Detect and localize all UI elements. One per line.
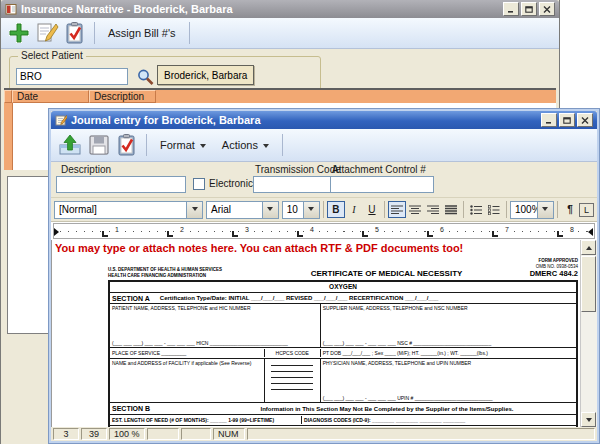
actions-menu-label: Actions bbox=[222, 139, 258, 151]
attachment-control-label: Attachment Control # bbox=[332, 164, 426, 175]
physician-phone-line: (___ ___) ___ ___ - ___ ___ ___ UPIN # _… bbox=[323, 395, 574, 401]
chevron-down-icon bbox=[186, 202, 202, 218]
electronic-checkbox[interactable] bbox=[193, 178, 205, 190]
transmission-code-input[interactable] bbox=[253, 176, 331, 193]
patient-search-button[interactable] bbox=[131, 66, 159, 87]
form-category: OXYGEN bbox=[110, 282, 576, 292]
approve-journal-button[interactable] bbox=[113, 132, 141, 158]
maximize-button[interactable] bbox=[521, 2, 537, 16]
tab-stop-marker[interactable] bbox=[102, 231, 108, 237]
status-num-lock: NUM bbox=[213, 428, 245, 440]
edit-narrative-button[interactable] bbox=[33, 20, 61, 46]
right-margin-marker-icon[interactable] bbox=[588, 228, 593, 236]
tab-stop-marker[interactable] bbox=[557, 231, 563, 237]
tab-stop-marker[interactable] bbox=[427, 231, 433, 237]
actions-menu-button[interactable]: Actions bbox=[214, 132, 277, 158]
format-menu-button[interactable]: Format bbox=[152, 132, 214, 158]
minimize-button[interactable] bbox=[541, 113, 557, 127]
paragraph-style-value: [Normal] bbox=[55, 202, 186, 218]
left-margin-marker-icon[interactable] bbox=[54, 228, 59, 236]
attachment-control-input[interactable] bbox=[330, 176, 434, 193]
hcpcs-blank-line bbox=[271, 371, 313, 372]
description-input[interactable] bbox=[56, 176, 186, 193]
patient-name-label: PATIENT NAME, ADDRESS, TELEPHONE and HIC… bbox=[112, 305, 318, 311]
supplier-phone-line: (___ ___) ___ ___ - ___ ___ ___ NSC # __… bbox=[323, 340, 574, 346]
chevron-down-icon bbox=[303, 202, 319, 218]
minimize-icon bbox=[545, 117, 553, 124]
place-of-service-label: PLACE OF SERVICE _________ bbox=[110, 349, 264, 357]
bold-button[interactable]: B bbox=[327, 201, 345, 218]
insurance-app-icon bbox=[5, 3, 17, 15]
paragraph-style-combo[interactable]: [Normal] bbox=[54, 201, 203, 219]
verify-narrative-button[interactable] bbox=[61, 20, 89, 46]
agency-line-2: HEALTH CARE FINANCING ADMINISTRATION bbox=[108, 273, 283, 279]
save-journal-button[interactable] bbox=[85, 132, 113, 158]
align-center-button[interactable] bbox=[406, 201, 424, 218]
selected-patient-chip[interactable]: Broderick, Barbara bbox=[157, 65, 254, 85]
hcpcs-blank-lines bbox=[264, 359, 320, 402]
post-journal-button[interactable] bbox=[55, 132, 85, 158]
physician-name-label: PHYSICIAN NAME, ADDRESS, TELEPHONE and U… bbox=[323, 360, 574, 366]
minimize-icon bbox=[507, 6, 515, 13]
tab-stop-marker[interactable] bbox=[232, 231, 238, 237]
font-size-combo[interactable]: 10 bbox=[282, 201, 320, 219]
font-family-combo[interactable]: Arial bbox=[206, 201, 279, 219]
align-right-button[interactable] bbox=[424, 201, 442, 218]
grid-header-date[interactable]: Date bbox=[12, 90, 89, 103]
zoom-combo[interactable]: 100% bbox=[510, 201, 554, 219]
chevron-down-icon bbox=[263, 144, 269, 151]
status-message-panel bbox=[247, 428, 595, 440]
assign-bill-label: Assign Bill #'s bbox=[108, 27, 176, 39]
tab-stop-marker[interactable] bbox=[297, 231, 303, 237]
minimize-button[interactable] bbox=[503, 2, 519, 16]
align-left-icon bbox=[391, 205, 403, 215]
maximize-button[interactable] bbox=[559, 113, 575, 127]
toolbar-separator bbox=[506, 201, 507, 218]
toolbar-separator bbox=[94, 22, 95, 44]
status-page-number: 3 bbox=[53, 428, 79, 440]
italic-button[interactable]: I bbox=[345, 201, 363, 218]
scroll-down-button[interactable] bbox=[581, 412, 596, 427]
editor-document[interactable]: You may type or attach notes here. You c… bbox=[51, 240, 597, 427]
status-empty-panel bbox=[181, 428, 211, 440]
align-justify-button[interactable] bbox=[442, 201, 460, 218]
scroll-up-button[interactable] bbox=[581, 240, 596, 255]
patient-info-line: PT DOB ___/___/___ ; Sex ____ (M/F); HT.… bbox=[320, 349, 576, 357]
journal-window-titlebar[interactable]: Journal entry for Broderick, Barbara bbox=[51, 111, 597, 129]
ruler-number: 3 bbox=[242, 225, 252, 234]
save-floppy-icon bbox=[87, 133, 111, 157]
tab-stop-marker[interactable] bbox=[362, 231, 368, 237]
add-narrative-button[interactable] bbox=[5, 20, 33, 46]
close-button[interactable] bbox=[539, 2, 555, 16]
chevron-down-icon bbox=[200, 144, 206, 151]
narrative-grid-header: Date Description bbox=[4, 88, 556, 103]
section-b-text: Information in This Section May Not Be C… bbox=[200, 406, 574, 412]
ruler[interactable]: 1 2 3 4 5 6 7 8 bbox=[51, 221, 597, 240]
journal-app-icon bbox=[55, 114, 67, 126]
vertical-scrollbar[interactable] bbox=[580, 240, 597, 427]
insurance-window-titlebar[interactable]: Insurance Narrative - Broderick, Barbara bbox=[1, 0, 559, 18]
underline-button[interactable]: U bbox=[363, 201, 381, 218]
tab-stop-marker[interactable] bbox=[492, 231, 498, 237]
numbered-list-button[interactable] bbox=[485, 201, 503, 218]
cmn-form-header: U.S. DEPARTMENT OF HEALTH & HUMAN SERVIC… bbox=[108, 258, 578, 278]
close-button[interactable] bbox=[577, 113, 593, 127]
ruler-number: 4 bbox=[307, 225, 317, 234]
scrollbar-thumb[interactable] bbox=[581, 256, 596, 312]
tab-type-button[interactable]: L bbox=[579, 203, 594, 217]
grid-header-description[interactable]: Description bbox=[89, 90, 156, 103]
hcpcs-blank-line bbox=[271, 383, 313, 384]
show-paragraph-marks-button[interactable]: ¶ bbox=[561, 201, 579, 218]
ruler-number: 2 bbox=[177, 225, 187, 234]
patient-search-input[interactable] bbox=[16, 68, 128, 85]
grid-selector-header[interactable] bbox=[4, 90, 12, 103]
journal-toolbar: Format Actions bbox=[51, 129, 597, 162]
tab-stop-marker[interactable] bbox=[167, 231, 173, 237]
ruler-bar: 1 2 3 4 5 6 7 8 bbox=[53, 223, 595, 239]
post-arrow-up-icon bbox=[57, 133, 83, 157]
edit-pencil-icon bbox=[35, 21, 59, 45]
assign-bill-button[interactable]: Assign Bill #'s bbox=[100, 20, 184, 46]
align-left-button[interactable] bbox=[388, 201, 406, 218]
clipboard-check-icon bbox=[115, 133, 139, 157]
bullet-list-button[interactable] bbox=[467, 201, 485, 218]
